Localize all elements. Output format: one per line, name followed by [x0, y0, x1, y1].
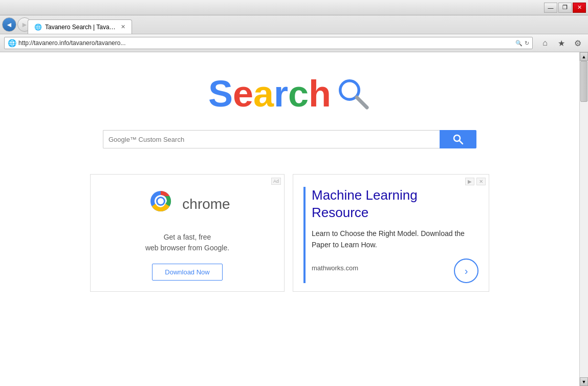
page-content: S e a r c h [0, 52, 579, 302]
search-input[interactable] [103, 130, 440, 148]
scrollbar-thumb[interactable] [580, 61, 587, 102]
address-ie-icon: 🌐 [8, 39, 16, 47]
chrome-tagline: Get a fast, freeweb browser from Google. [145, 232, 229, 253]
ml-ad: ▶ ✕ Machine LearningResource Learn to Ch… [293, 174, 489, 292]
restore-button[interactable]: ❐ [558, 3, 572, 13]
settings-button[interactable]: ⚙ [572, 37, 584, 49]
chrome-ad: Ad [90, 174, 285, 292]
search-button[interactable] [440, 130, 476, 148]
close-button[interactable]: ✕ [573, 3, 586, 13]
search-bar-row [103, 130, 476, 148]
scrollbar: ▲ ▼ [579, 52, 588, 386]
title-bar: — ❐ ✕ [0, 0, 588, 15]
back-button[interactable]: ◄ [2, 17, 16, 32]
logo-letter-h: h [309, 73, 331, 115]
scrollbar-up-button[interactable]: ▲ [580, 52, 588, 61]
svg-point-9 [158, 198, 164, 204]
chrome-ad-badge: Ad [271, 178, 281, 185]
address-text: http://tavanero.info/tavanero/tavanero..… [18, 39, 513, 47]
ml-ad-description: Learn to Choose the Right Model. Downloa… [312, 228, 478, 251]
ml-ad-source: mathworks.com [312, 264, 358, 272]
main-page: S e a r c h [0, 52, 579, 386]
address-bar[interactable]: 🌐 http://tavanero.info/tavanero/tavanero… [4, 37, 533, 49]
magnifier-icon [335, 76, 371, 112]
logo-letter-a: a [253, 73, 274, 115]
minimize-button[interactable]: — [544, 3, 557, 13]
ads-section: Ad [90, 174, 489, 292]
address-bar-row: 🌐 http://tavanero.info/tavanero/tavanero… [0, 34, 588, 52]
window-frame: — ❐ ✕ ◄ ► 🌐 Tavanero Search | Tavanero..… [0, 0, 588, 386]
logo-letter-e: e [233, 73, 253, 115]
download-now-button[interactable]: Download Now [152, 264, 222, 281]
search-logo: S e a r c h [208, 73, 371, 115]
title-bar-buttons: — ❐ ✕ [544, 3, 586, 13]
address-refresh-icon[interactable]: ↻ [525, 40, 529, 47]
address-actions: 🔍 ↻ [515, 40, 529, 47]
active-tab[interactable]: 🌐 Tavanero Search | Tavanero... ✕ [28, 19, 132, 34]
ml-ad-arrow[interactable]: ▶ [465, 178, 474, 185]
chrome-logo-icon [144, 185, 177, 218]
home-button[interactable]: ⌂ [539, 37, 551, 49]
content-area: S e a r c h [0, 52, 588, 386]
logo-letter-c: c [288, 73, 309, 115]
logo-letter-r: r [274, 73, 288, 115]
tab-favicon: 🌐 [34, 24, 42, 31]
svg-line-4 [460, 141, 463, 144]
toolbar-icons: ⌂ ★ ⚙ [539, 37, 584, 49]
chrome-brand: chrome [144, 185, 230, 224]
tab-close-button[interactable]: ✕ [121, 24, 125, 30]
svg-line-2 [357, 97, 367, 108]
ml-ad-close[interactable]: ✕ [476, 178, 486, 185]
favorites-button[interactable]: ★ [555, 37, 568, 49]
logo-letter-s: S [208, 73, 233, 115]
browser-chrome: ◄ ► 🌐 Tavanero Search | Tavanero... ✕ 🌐 … [0, 15, 588, 52]
ml-ad-badge: ▶ ✕ [465, 178, 486, 185]
ml-ad-cta-button[interactable]: › [454, 259, 478, 283]
address-search-icon[interactable]: 🔍 [515, 40, 522, 47]
svg-point-1 [342, 83, 357, 97]
chrome-brand-name: chrome [182, 196, 230, 212]
scrollbar-track[interactable] [580, 61, 588, 377]
ml-ad-title: Machine LearningResource [312, 187, 478, 222]
scrollbar-down-button[interactable]: ▼ [580, 377, 588, 386]
tab-label: Tavanero Search | Tavanero... [45, 24, 117, 31]
